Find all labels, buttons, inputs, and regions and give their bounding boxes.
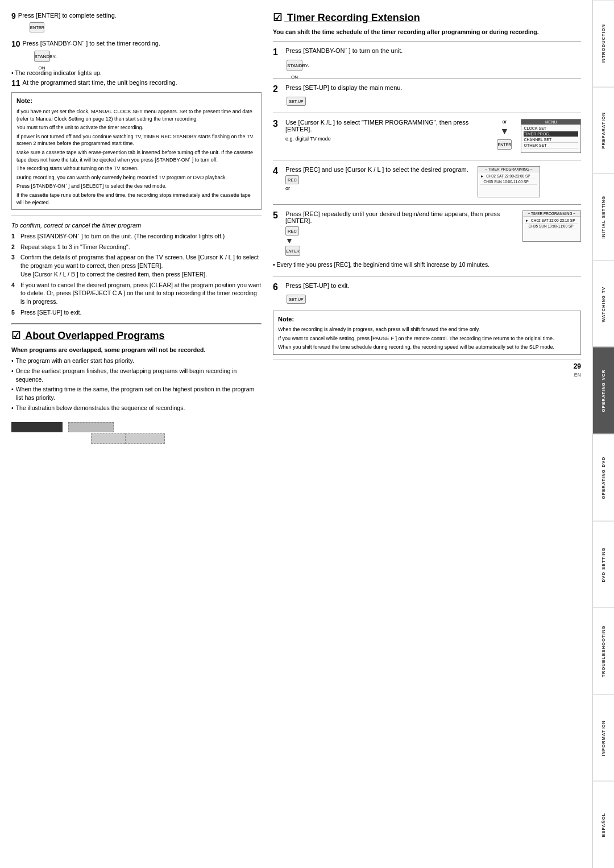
confirm-step-3-num: 3 (11, 253, 18, 262)
right-step-5-text-area: Press [REC] repeatedly until your desire… (285, 210, 513, 257)
note-line-4: Make sure a cassette tape with erase-pre… (16, 149, 256, 163)
right-step-3-content: Use [Cursor K /L ] to select "TIMER PROG… (285, 119, 581, 153)
step-10-content: Press [STANDBY-ONʼ ] to set the timer re… (23, 39, 262, 65)
confirm-step-1-num: 1 (11, 232, 18, 241)
step-11-number: 11 (11, 78, 20, 88)
main-content: 9 Press [ENTER] to complete setting. ENT… (0, 0, 592, 868)
enter-button-icon: ENTER (30, 22, 44, 32)
confirm-step-3-text: Confirm the details of programs that app… (20, 253, 262, 278)
right-step-2-text: Press [SET-UP] to display the main menu. (285, 84, 402, 91)
right-divider-2 (273, 113, 581, 113)
step-5-icons-area: REC ▼ ENTER (285, 226, 513, 256)
about-title: ☑ About Overlapped Programs (11, 329, 262, 342)
step-9-content: Press [ENTER] to complete setting. ENTER (18, 11, 262, 36)
about-bullet-1: • The program with an earlier start has … (11, 357, 262, 365)
or-text-4: or (285, 185, 468, 191)
step-10-number: 10 (11, 39, 20, 48)
standby-button-icon: STANDBY-ON (34, 51, 50, 62)
timer-row-2: CH05 SUN 10:00-11:00 SP (480, 179, 537, 185)
timeline-bar-1 (11, 422, 63, 432)
timer-display-title-4: ~ TIMER PROGRAMMING ~ (478, 167, 540, 172)
about-subtitle: When programs are overlapped, some progr… (11, 346, 262, 353)
right-step-5-text: Press [REC] repeatedly until your desire… (285, 210, 500, 224)
sidebar-introduction: INTRODUCTION (593, 0, 614, 87)
right-divider-3 (273, 160, 581, 160)
confirm-step-5: 5 Press [SET-UP] to exit. (11, 308, 262, 317)
display-row-1: CLOCK SET (524, 126, 578, 131)
timer-display-5: ~ TIMER PROGRAMMING ~ ►CH02 SAT 22:00-23… (522, 210, 581, 242)
confirm-step-2-text: Repeat steps 1 to 3 in "Timer Recording"… (20, 243, 130, 251)
right-step-1-icons: STANDBY-ON (287, 60, 581, 71)
step-5-bullet-text: • Every time you press [REC], the begin/… (273, 261, 489, 269)
right-step-6: 6 Press [SET-UP] to exit. SET-UP (273, 282, 581, 304)
timeline-bar-2 (68, 422, 114, 432)
about-bullet-4: • The illustration below demonstrates th… (11, 404, 262, 412)
step-10-text: Press [STANDBY-ONʼ ] to set the timer re… (23, 40, 160, 47)
confirm-step-4-text: If you want to cancel the desired progra… (20, 281, 262, 306)
setup-icon-r6: SET-UP (287, 295, 306, 304)
step-10: 10 Press [STANDBY-ONʼ ] to set the timer… (11, 39, 262, 65)
step-11-text: At the programmed start time, the unit b… (23, 79, 177, 86)
right-step-4-num: 4 (273, 166, 282, 176)
note-line-7: Press [STANDBY-ONʼ ] and [SELECT] to sel… (16, 183, 256, 190)
right-step-2-row: 2 Press [SET-UP] to display the main men… (273, 84, 581, 94)
note-box-left: Note: If you have not yet set the clock,… (11, 92, 262, 210)
timeline-diagram (11, 416, 205, 450)
section-divider (11, 323, 262, 325)
right-step-1: 1 Press [STANDBY-ONʼ ] to turn on the un… (273, 47, 581, 71)
note-line-1: If you have not yet set the clock, MANUA… (16, 108, 256, 122)
divider-1 (11, 216, 262, 216)
display-row-4: OTHER SET (524, 143, 578, 148)
arrow-down-3: ▼ (500, 127, 509, 136)
right-step-1-text: Press [STANDBY-ONʼ ] to turn on the unit… (285, 47, 403, 54)
timer-row-5-2: CH05 SUN 10:00-11:00 SP (525, 224, 578, 229)
step-9-number: 9 (11, 11, 16, 20)
left-column: 9 Press [ENTER] to complete setting. ENT… (11, 11, 262, 857)
right-step-6-num: 6 (273, 282, 282, 292)
right-step-2-num: 2 (273, 84, 282, 94)
sidebar-espanol: ESPAÑOL (593, 781, 614, 868)
sidebar-preparation: PREPARATION (593, 87, 614, 174)
step-5-bullet: • Every time you press [REC], the begin/… (273, 261, 581, 269)
confirm-step-2: 2 Repeat steps 1 to 3 in "Timer Recordin… (11, 243, 262, 251)
right-step-5-row: 5 Press [REC] repeatedly until your desi… (273, 210, 581, 257)
step-10-icons: STANDBY-ON (34, 49, 262, 63)
right-divider-1 (273, 78, 581, 78)
page-number: 29 (574, 362, 581, 370)
timeline-bar-4 (125, 433, 165, 444)
right-step-6-row: 6 Press [SET-UP] to exit. (273, 282, 581, 292)
note-title: Note: (16, 96, 256, 106)
note-line-8: If the cassette tape runs out before the… (16, 192, 256, 206)
right-step-4: 4 Press [REC] and use [Cursor K / L ] to… (273, 166, 581, 197)
right-step-1-content: Press [STANDBY-ONʼ ] to turn on the unit… (285, 47, 581, 55)
step-9-text: Press [ENTER] to complete setting. (18, 12, 117, 19)
confirm-step-5-text: Press [SET-UP] to exit. (20, 308, 81, 317)
note-box-right: Note: When the recording is already in p… (273, 311, 581, 355)
sidebar-operating-dvd: OPERATING DVD (593, 434, 614, 521)
right-step-1-row: 1 Press [STANDBY-ONʼ ] to turn on the un… (273, 47, 581, 57)
note-title-2: Note: (278, 315, 576, 324)
timer-row-1: ►CH02 SAT 22:00-23:00 SP (480, 173, 537, 179)
step-11-content: At the programmed start time, the unit b… (23, 78, 262, 87)
confirm-title: To confirm, correct or cancel the timer … (11, 222, 262, 229)
right-sidebar: INTRODUCTION PREPARATION INITIAL SETTING… (592, 0, 614, 868)
note2-line-1: When the recording is already in progres… (278, 326, 576, 333)
rec-icon-r5: REC (285, 226, 299, 235)
step-9-icons: ENTER (30, 21, 262, 34)
right-step-5-content: Press [REC] repeatedly until your desire… (285, 210, 581, 257)
en-label: EN (574, 372, 581, 378)
right-step-3: 3 Use [Cursor K /L ] to select "TIMER PR… (273, 119, 581, 153)
sidebar-operating-vcr: OPERATING VCR (593, 347, 614, 434)
confirm-step-1: 1 Press [STANDBY-ONʼ ] to turn on the un… (11, 232, 262, 241)
right-column: ☑ Timer Recording Extension You can shif… (273, 11, 581, 857)
rec-icon-r4: REC (285, 175, 299, 184)
right-step-3-num: 3 (273, 119, 282, 129)
step-3-diagram: or ▼ ENTER (497, 119, 512, 151)
standby-on-icon-r1: STANDBY-ON (287, 60, 302, 71)
right-step-3-row: 3 Use [Cursor K /L ] to select "TIMER PR… (273, 119, 581, 153)
sidebar-dvd-setting: DVD SETTING (593, 521, 614, 608)
right-step-4-text-area: Press [REC] and use [Cursor K / L ] to s… (285, 166, 468, 191)
right-step-4-row: 4 Press [REC] and use [Cursor K / L ] to… (273, 166, 581, 197)
or-text-3: or (502, 119, 507, 125)
step-9: 9 Press [ENTER] to complete setting. ENT… (11, 11, 262, 36)
